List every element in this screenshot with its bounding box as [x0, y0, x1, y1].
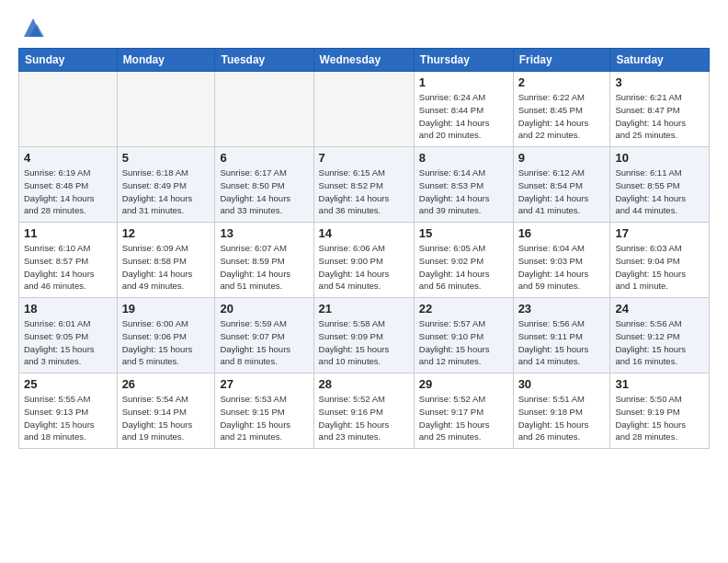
day-number: 31 — [615, 377, 704, 391]
calendar-cell: 30Sunrise: 5:51 AM Sunset: 9:18 PM Dayli… — [513, 373, 610, 449]
day-number: 16 — [518, 226, 606, 240]
calendar-table: SundayMondayTuesdayWednesdayThursdayFrid… — [18, 48, 710, 449]
day-info: Sunrise: 6:04 AM Sunset: 9:03 PM Dayligh… — [518, 242, 606, 293]
day-number: 26 — [122, 377, 210, 391]
calendar-cell: 8Sunrise: 6:14 AM Sunset: 8:53 PM Daylig… — [414, 147, 513, 223]
calendar-week-row: 25Sunrise: 5:55 AM Sunset: 9:13 PM Dayli… — [19, 373, 710, 449]
day-info: Sunrise: 6:17 AM Sunset: 8:50 PM Dayligh… — [220, 167, 308, 217]
weekday-header-saturday: Saturday — [610, 49, 710, 72]
day-info: Sunrise: 5:57 AM Sunset: 9:10 PM Dayligh… — [419, 317, 508, 368]
day-number: 28 — [319, 377, 409, 391]
calendar-cell: 3Sunrise: 6:21 AM Sunset: 8:47 PM Daylig… — [610, 72, 710, 147]
calendar-week-row: 18Sunrise: 6:01 AM Sunset: 9:05 PM Dayli… — [19, 298, 710, 373]
day-info: Sunrise: 5:51 AM Sunset: 9:18 PM Dayligh… — [518, 393, 606, 443]
calendar-cell: 24Sunrise: 5:56 AM Sunset: 9:12 PM Dayli… — [610, 298, 710, 373]
calendar-cell: 13Sunrise: 6:07 AM Sunset: 8:59 PM Dayli… — [215, 223, 313, 298]
calendar-cell: 15Sunrise: 6:05 AM Sunset: 9:02 PM Dayli… — [414, 223, 513, 298]
weekday-header-thursday: Thursday — [414, 49, 513, 72]
day-number: 25 — [24, 377, 112, 391]
day-number: 13 — [220, 226, 308, 240]
day-info: Sunrise: 6:01 AM Sunset: 9:05 PM Dayligh… — [24, 317, 112, 368]
weekday-header-wednesday: Wednesday — [313, 49, 414, 72]
calendar-cell: 31Sunrise: 5:50 AM Sunset: 9:19 PM Dayli… — [610, 373, 710, 449]
day-number: 12 — [122, 226, 210, 240]
day-info: Sunrise: 6:18 AM Sunset: 8:49 PM Dayligh… — [122, 167, 210, 217]
calendar-cell: 17Sunrise: 6:03 AM Sunset: 9:04 PM Dayli… — [610, 223, 710, 298]
day-info: Sunrise: 6:14 AM Sunset: 8:53 PM Dayligh… — [419, 167, 508, 217]
calendar-cell: 19Sunrise: 6:00 AM Sunset: 9:06 PM Dayli… — [117, 298, 215, 373]
day-number: 7 — [319, 151, 409, 165]
day-number: 8 — [419, 151, 508, 165]
day-number: 19 — [122, 302, 210, 316]
calendar-cell: 26Sunrise: 5:54 AM Sunset: 9:14 PM Dayli… — [117, 373, 215, 449]
calendar-week-row: 1Sunrise: 6:24 AM Sunset: 8:44 PM Daylig… — [19, 72, 710, 147]
calendar-cell: 5Sunrise: 6:18 AM Sunset: 8:49 PM Daylig… — [117, 147, 215, 223]
calendar-cell: 27Sunrise: 5:53 AM Sunset: 9:15 PM Dayli… — [215, 373, 313, 449]
page: SundayMondayTuesdayWednesdayThursdayFrid… — [0, 0, 728, 458]
calendar-cell: 1Sunrise: 6:24 AM Sunset: 8:44 PM Daylig… — [414, 72, 513, 147]
day-info: Sunrise: 6:03 AM Sunset: 9:04 PM Dayligh… — [615, 242, 704, 293]
day-number: 22 — [419, 302, 508, 316]
day-number: 29 — [419, 377, 508, 391]
day-info: Sunrise: 6:09 AM Sunset: 8:58 PM Dayligh… — [122, 242, 210, 293]
day-info: Sunrise: 6:22 AM Sunset: 8:45 PM Dayligh… — [518, 91, 606, 142]
day-info: Sunrise: 5:54 AM Sunset: 9:14 PM Dayligh… — [122, 393, 210, 443]
header — [18, 15, 710, 40]
day-number: 6 — [220, 151, 308, 165]
calendar-cell — [19, 72, 118, 147]
calendar-cell: 29Sunrise: 5:52 AM Sunset: 9:17 PM Dayli… — [414, 373, 513, 449]
day-number: 2 — [518, 75, 606, 89]
calendar-week-row: 4Sunrise: 6:19 AM Sunset: 8:48 PM Daylig… — [19, 147, 710, 223]
day-number: 3 — [615, 75, 704, 89]
calendar-cell: 9Sunrise: 6:12 AM Sunset: 8:54 PM Daylig… — [513, 147, 610, 223]
calendar-cell: 23Sunrise: 5:56 AM Sunset: 9:11 PM Dayli… — [513, 298, 610, 373]
day-number: 11 — [24, 226, 112, 240]
day-info: Sunrise: 5:59 AM Sunset: 9:07 PM Dayligh… — [220, 317, 308, 368]
day-info: Sunrise: 6:24 AM Sunset: 8:44 PM Dayligh… — [419, 91, 508, 142]
day-info: Sunrise: 6:05 AM Sunset: 9:02 PM Dayligh… — [419, 242, 508, 293]
calendar-week-row: 11Sunrise: 6:10 AM Sunset: 8:57 PM Dayli… — [19, 223, 710, 298]
calendar-cell: 20Sunrise: 5:59 AM Sunset: 9:07 PM Dayli… — [215, 298, 313, 373]
calendar-cell: 7Sunrise: 6:15 AM Sunset: 8:52 PM Daylig… — [313, 147, 414, 223]
day-number: 4 — [24, 151, 112, 165]
calendar-cell: 12Sunrise: 6:09 AM Sunset: 8:58 PM Dayli… — [117, 223, 215, 298]
day-number: 20 — [220, 302, 308, 316]
calendar-cell: 25Sunrise: 5:55 AM Sunset: 9:13 PM Dayli… — [19, 373, 118, 449]
logo-icon — [20, 15, 46, 40]
day-info: Sunrise: 6:21 AM Sunset: 8:47 PM Dayligh… — [615, 91, 704, 142]
calendar-cell — [215, 72, 313, 147]
day-info: Sunrise: 5:56 AM Sunset: 9:11 PM Dayligh… — [518, 317, 606, 368]
calendar-header-row: SundayMondayTuesdayWednesdayThursdayFrid… — [19, 49, 710, 72]
day-info: Sunrise: 6:19 AM Sunset: 8:48 PM Dayligh… — [24, 167, 112, 217]
day-number: 27 — [220, 377, 308, 391]
day-info: Sunrise: 6:07 AM Sunset: 8:59 PM Dayligh… — [220, 242, 308, 293]
day-info: Sunrise: 5:58 AM Sunset: 9:09 PM Dayligh… — [319, 317, 409, 368]
day-info: Sunrise: 5:55 AM Sunset: 9:13 PM Dayligh… — [24, 393, 112, 443]
weekday-header-sunday: Sunday — [19, 49, 118, 72]
calendar-cell — [313, 72, 414, 147]
calendar-cell: 22Sunrise: 5:57 AM Sunset: 9:10 PM Dayli… — [414, 298, 513, 373]
calendar-cell: 14Sunrise: 6:06 AM Sunset: 9:00 PM Dayli… — [313, 223, 414, 298]
day-number: 21 — [319, 302, 409, 316]
weekday-header-friday: Friday — [513, 49, 610, 72]
day-number: 9 — [518, 151, 606, 165]
day-number: 17 — [615, 226, 704, 240]
calendar-cell: 28Sunrise: 5:52 AM Sunset: 9:16 PM Dayli… — [313, 373, 414, 449]
day-number: 14 — [319, 226, 409, 240]
day-number: 18 — [24, 302, 112, 316]
calendar-cell: 4Sunrise: 6:19 AM Sunset: 8:48 PM Daylig… — [19, 147, 118, 223]
day-number: 10 — [615, 151, 704, 165]
calendar-cell: 16Sunrise: 6:04 AM Sunset: 9:03 PM Dayli… — [513, 223, 610, 298]
calendar-cell: 21Sunrise: 5:58 AM Sunset: 9:09 PM Dayli… — [313, 298, 414, 373]
day-number: 23 — [518, 302, 606, 316]
day-info: Sunrise: 6:10 AM Sunset: 8:57 PM Dayligh… — [24, 242, 112, 293]
day-number: 30 — [518, 377, 606, 391]
day-info: Sunrise: 5:52 AM Sunset: 9:16 PM Dayligh… — [319, 393, 409, 443]
day-info: Sunrise: 5:53 AM Sunset: 9:15 PM Dayligh… — [220, 393, 308, 443]
day-info: Sunrise: 5:52 AM Sunset: 9:17 PM Dayligh… — [419, 393, 508, 443]
calendar-cell: 18Sunrise: 6:01 AM Sunset: 9:05 PM Dayli… — [19, 298, 118, 373]
calendar-cell: 11Sunrise: 6:10 AM Sunset: 8:57 PM Dayli… — [19, 223, 118, 298]
calendar-cell: 6Sunrise: 6:17 AM Sunset: 8:50 PM Daylig… — [215, 147, 313, 223]
day-info: Sunrise: 6:15 AM Sunset: 8:52 PM Dayligh… — [319, 167, 409, 217]
weekday-header-monday: Monday — [117, 49, 215, 72]
